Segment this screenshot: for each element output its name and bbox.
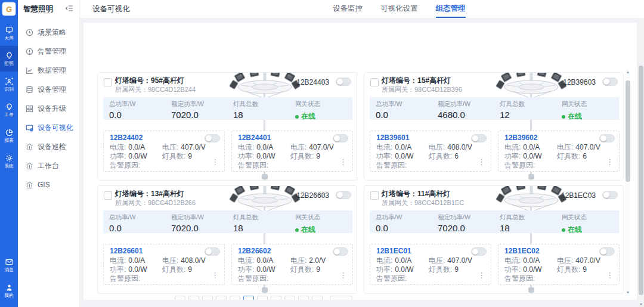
- more-menu-icon[interactable]: ⋮: [478, 158, 485, 166]
- card-gateway: 所属网关：98CC4D12B396: [382, 85, 462, 94]
- lamp-toggle[interactable]: [333, 134, 348, 142]
- lamp-card: 12B24401 电流:0.0/A 电压:407.0/V 功率:0.0/W 灯具…: [231, 131, 353, 172]
- lamp-card: 12B1EC01 电流:0.0/A 电压:407.0/V 功率:0.0/W 灯具…: [370, 244, 491, 285]
- rail-item-dashboard[interactable]: 大屏: [0, 20, 18, 46]
- mast-pole-base: [262, 174, 268, 179]
- sidebar-collapse-icon[interactable]: [65, 5, 73, 14]
- more-menu-icon[interactable]: ⋮: [339, 158, 347, 166]
- device-id: 12B39603: [563, 78, 596, 86]
- card-checkbox[interactable]: [370, 78, 379, 86]
- rail-item-recognition[interactable]: 识别: [0, 72, 18, 97]
- tower-card: 灯塔编号：11#高杆灯 所属网关：98CC4D12B1EC 12B1EC03 总…: [364, 185, 624, 294]
- rail-item-system[interactable]: 系统: [0, 148, 18, 174]
- rail-item-reports[interactable]: 报表: [0, 123, 18, 148]
- lamp-toggle[interactable]: [205, 134, 220, 142]
- tab-configuration-mgmt[interactable]: 组态管理: [436, 0, 466, 18]
- tower-name: 15#高杆灯: [417, 76, 451, 85]
- more-menu-icon[interactable]: ⋮: [606, 158, 614, 166]
- window-scroll-thumb[interactable]: [639, 66, 643, 295]
- tower-card: 灯塔编号：95#高杆灯 所属网关：98CC4D12B244 12B24403 总…: [97, 72, 357, 181]
- lamp-toggle[interactable]: [471, 247, 487, 256]
- app-window: G 大屏 照明 识别 工单 报表 系统 消息: [0, 0, 644, 307]
- card-title: 灯塔编号：13#高杆灯: [115, 189, 184, 199]
- clock-icon: [26, 29, 33, 36]
- more-menu-icon[interactable]: ⋮: [211, 271, 219, 279]
- rail-item-messages[interactable]: 消息: [0, 252, 18, 278]
- total-power-value: 0.0: [109, 223, 165, 233]
- bank-icon: [26, 143, 33, 151]
- sidebar-item-device-upgrade[interactable]: 设备升级: [18, 99, 79, 118]
- tab-device-monitor[interactable]: 设备监控: [333, 0, 363, 17]
- card-title: 灯塔编号：15#高杆灯: [382, 76, 451, 86]
- tower-toggle[interactable]: [336, 77, 351, 86]
- device-id: 12B26603: [296, 191, 329, 200]
- scroll-down-icon[interactable]: ▼: [626, 290, 630, 295]
- tower-name: 95#高杆灯: [151, 76, 184, 85]
- scroll-up-icon[interactable]: ▲: [626, 70, 630, 75]
- lamp-id-link[interactable]: 12B24402: [110, 134, 143, 142]
- lamp-id-link[interactable]: 12B26602: [238, 247, 271, 255]
- status-dot: [562, 115, 565, 119]
- card-checkbox[interactable]: [104, 191, 112, 200]
- tower-toggle[interactable]: [602, 191, 618, 199]
- tower-name: 13#高杆灯: [151, 190, 184, 198]
- rail-item-lighting[interactable]: 照明: [0, 46, 18, 72]
- scroll-down-icon[interactable]: ▼: [638, 302, 644, 306]
- sidebar-item-scene-strategy[interactable]: 场景策略: [18, 23, 79, 42]
- lamp-total-value: 12: [500, 110, 556, 120]
- sidebar-item-device-visualization[interactable]: 设备可视化: [18, 118, 79, 137]
- bank-icon: [26, 181, 33, 189]
- mast-pole-base: [262, 287, 268, 293]
- more-menu-icon[interactable]: ⋮: [339, 271, 347, 279]
- lamp-toggle[interactable]: [599, 247, 615, 256]
- card-list-scroll-thumb[interactable]: [626, 80, 630, 182]
- high-mast-light-image: [229, 72, 301, 100]
- tower-stats: 总功率/W0.0 额定功率/W7020.0 灯具总数18 网关状态在线: [370, 210, 619, 233]
- app-logo[interactable]: G: [2, 2, 16, 15]
- grid-icon: [26, 105, 33, 113]
- monitor-gear-icon: [26, 124, 33, 132]
- tower-toggle[interactable]: [602, 77, 618, 86]
- sidebar-item-device-inspection[interactable]: 设备巡检: [18, 137, 79, 156]
- sidebar: 智慧照明 场景策略 告警管理 数据管理 设备管理: [18, 0, 80, 307]
- rail-item-work-order[interactable]: 工单: [0, 97, 18, 123]
- tower-toggle[interactable]: [336, 191, 351, 199]
- card-title: 灯塔编号：11#高杆灯: [382, 189, 450, 199]
- lamp-id-link[interactable]: 12B39601: [376, 134, 409, 142]
- lamp-toggle[interactable]: [599, 134, 615, 142]
- status-dot: [562, 228, 565, 232]
- rail-item-profile[interactable]: 我的: [0, 278, 18, 303]
- lamp-id-link[interactable]: 12B1EC01: [376, 247, 411, 255]
- total-power-value: 0.0: [376, 110, 432, 120]
- card-checkbox[interactable]: [104, 78, 112, 86]
- sidebar-item-alarm-mgmt[interactable]: 告警管理: [18, 42, 79, 61]
- lamp-id-link[interactable]: 12B26601: [110, 247, 143, 255]
- sidebar-item-workbench[interactable]: 工作台: [18, 156, 79, 175]
- header-tabs: 设备监控 可视化设置 组态管理: [333, 0, 466, 18]
- mast-pole-base: [528, 174, 534, 179]
- sidebar-item-device-mgmt[interactable]: 设备管理: [18, 80, 79, 99]
- tab-visualization-settings[interactable]: 可视化设置: [380, 0, 418, 17]
- total-power-value: 0.0: [109, 110, 165, 120]
- more-menu-icon[interactable]: ⋮: [606, 271, 614, 279]
- more-menu-icon[interactable]: ⋮: [478, 271, 485, 279]
- high-mast-light-image: [229, 185, 301, 213]
- lamp-toggle[interactable]: [471, 134, 487, 142]
- more-menu-icon[interactable]: ⋮: [211, 158, 219, 166]
- lamp-id-link[interactable]: 12B24401: [238, 134, 271, 142]
- user-icon: [5, 284, 13, 292]
- high-mast-light-image: [496, 72, 567, 100]
- card-checkbox[interactable]: [370, 191, 379, 200]
- card-gateway: 所属网关：98CC4D12B1EC: [382, 199, 464, 207]
- rated-power-value: 4680.0: [438, 110, 494, 120]
- lamp-toggle[interactable]: [205, 247, 220, 256]
- lamp-id-link[interactable]: 12B39602: [504, 134, 537, 142]
- message-icon: [5, 258, 13, 266]
- lamp-card: 12B1EC02 电流:0.0/A 电压:407.0/V 功率:0.0/W 灯具…: [498, 244, 620, 285]
- lamp-id-link[interactable]: 12B1EC02: [504, 247, 540, 255]
- gateway-value: 98CC4D12B244: [148, 86, 196, 93]
- online-status: 在线: [295, 111, 351, 122]
- lamp-toggle[interactable]: [333, 247, 348, 256]
- sidebar-item-gis[interactable]: GIS: [18, 175, 79, 194]
- sidebar-item-data-mgmt[interactable]: 数据管理: [18, 61, 79, 80]
